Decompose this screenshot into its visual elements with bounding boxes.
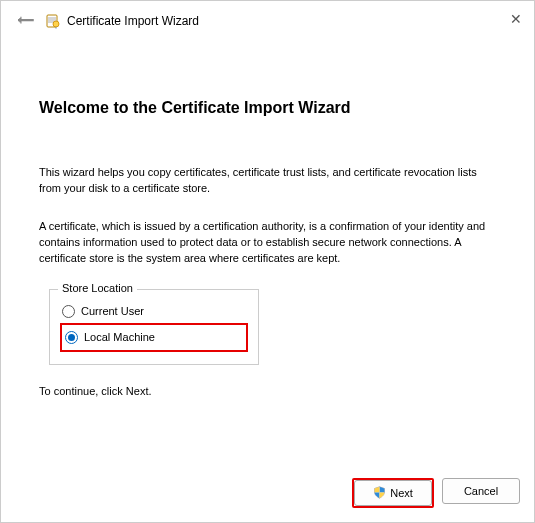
cancel-button-label: Cancel [464,485,498,497]
cancel-button[interactable]: Cancel [442,478,520,504]
intro-paragraph-2: A certificate, which is issued by a cert… [39,219,496,267]
svg-point-1 [53,21,59,27]
next-button[interactable]: Next [354,480,432,506]
radio-current-user[interactable]: Current User [60,302,248,321]
page-heading: Welcome to the Certificate Import Wizard [39,99,496,117]
uac-shield-icon [373,486,386,501]
radio-icon [65,331,78,344]
titlebar: ✕ 🠔 Certificate Import Wizard [1,1,534,41]
radio-label: Current User [81,305,144,317]
back-arrow-icon[interactable]: 🠔 [17,11,35,32]
certificate-wizard-icon [45,13,61,29]
intro-paragraph-1: This wizard helps you copy certificates,… [39,165,496,197]
highlight-next-button: Next [352,478,434,508]
wizard-title: Certificate Import Wizard [67,14,199,28]
store-location-group: Store Location Current User Local Machin… [49,289,259,365]
radio-icon [62,305,75,318]
next-button-label: Next [390,487,413,499]
radio-label: Local Machine [84,331,155,343]
footer-buttons: Next Cancel [352,478,520,508]
close-button[interactable]: ✕ [510,11,522,27]
radio-local-machine[interactable]: Local Machine [63,328,245,347]
store-location-legend: Store Location [58,282,137,294]
continue-text: To continue, click Next. [39,385,496,397]
highlight-local-machine: Local Machine [60,323,248,352]
content-area: Welcome to the Certificate Import Wizard… [1,41,534,397]
